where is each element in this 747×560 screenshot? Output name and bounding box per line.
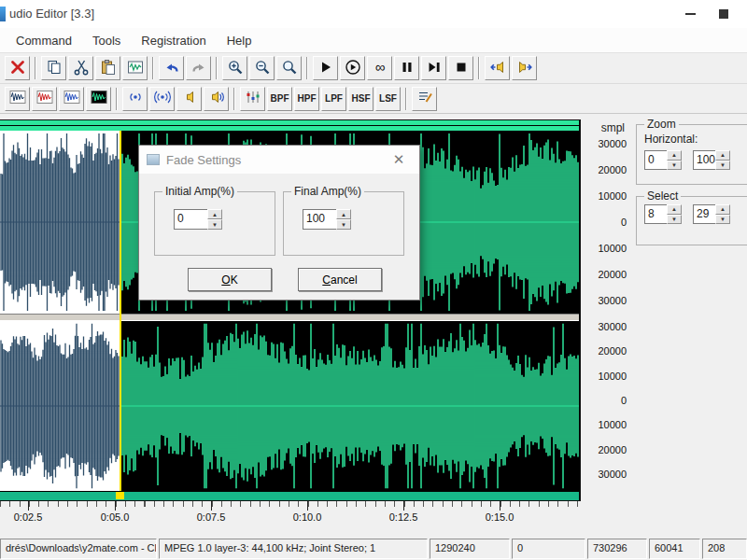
maximize-button[interactable] — [708, 0, 740, 28]
timeline-ruler[interactable]: 0:02.50:05.00:07.50:10.00:12.50:15.0 — [0, 501, 633, 529]
minimize-button[interactable] — [674, 0, 706, 28]
high-pass-filter-button[interactable]: HPF — [294, 87, 319, 111]
select-end-value[interactable]: 29 — [693, 204, 715, 224]
menu-tools[interactable]: Tools — [82, 30, 131, 51]
zoom-in-button[interactable] — [222, 56, 247, 80]
spin-up-icon[interactable]: ▲ — [336, 209, 351, 219]
initial-amp-value[interactable]: 0 — [174, 209, 207, 230]
zoom-horizontal-label: Horizontal: — [644, 133, 747, 146]
speaker-volume-button[interactable] — [204, 87, 229, 111]
waveform-blue-button[interactable] — [59, 87, 84, 111]
channel-divider — [0, 314, 579, 321]
audio-back-button[interactable] — [485, 56, 510, 80]
ok-button[interactable]: OK — [188, 268, 272, 291]
zoom-range-value[interactable]: 100 — [693, 150, 715, 170]
spin-down-icon[interactable]: ▼ — [667, 215, 682, 225]
reverb-button[interactable] — [149, 87, 175, 111]
waveform-button[interactable] — [5, 87, 30, 111]
toolbar-row1: ∞ — [0, 53, 747, 84]
amplitude-label: 10000 — [598, 419, 627, 430]
selection-bottom-strip — [0, 491, 579, 500]
spin-down-icon[interactable]: ▼ — [207, 219, 222, 230]
initial-amp-label: Initial Amp(%) — [162, 185, 237, 198]
titlebar: udio Editor [3.3] — [0, 0, 747, 28]
band-pass-filter-button[interactable]: BPF — [267, 87, 292, 111]
spin-up-icon[interactable]: ▲ — [667, 204, 682, 215]
stop-icon — [453, 59, 470, 78]
zoom-out-button[interactable] — [249, 56, 275, 80]
cut-button[interactable] — [68, 56, 93, 80]
waveform-red-button[interactable] — [32, 87, 57, 111]
echo-button[interactable] — [122, 87, 148, 111]
copy-button[interactable] — [41, 56, 66, 80]
mix-paste-icon — [127, 59, 144, 78]
spin-down-icon[interactable]: ▼ — [715, 215, 730, 225]
spin-up-icon[interactable]: ▲ — [667, 150, 682, 161]
reverb-icon — [154, 89, 171, 108]
menu-command[interactable]: Command — [6, 30, 82, 51]
stop-button[interactable] — [448, 56, 473, 80]
play-selection-button[interactable] — [340, 56, 365, 80]
zoom-out-icon — [254, 59, 271, 78]
spin-up-icon[interactable]: ▲ — [207, 209, 222, 219]
loop-button[interactable]: ∞ — [367, 56, 392, 80]
copy-icon — [46, 59, 63, 78]
play-to-end-button[interactable] — [421, 56, 446, 80]
dialog-titlebar[interactable]: Fade Settings ✕ — [139, 146, 419, 174]
low-pass-filter-button[interactable]: LPF — [321, 87, 346, 111]
spin-down-icon[interactable]: ▼ — [715, 161, 730, 171]
select-end-spinner: 29 ▲▼ — [693, 204, 730, 224]
audio-forward-button[interactable] — [512, 56, 537, 80]
menu-registration[interactable]: Registration — [131, 30, 216, 51]
major-tick — [28, 501, 29, 511]
zoom-in-icon — [227, 59, 244, 78]
speaker-button[interactable] — [176, 87, 202, 111]
major-tick — [115, 501, 116, 511]
redo-button[interactable] — [186, 56, 211, 80]
delete-button[interactable] — [5, 56, 30, 80]
zoom-horizontal-value[interactable]: 0 — [644, 150, 667, 170]
loop-icon: ∞ — [372, 59, 388, 78]
paste-button[interactable] — [95, 56, 120, 80]
undo-icon — [163, 59, 180, 78]
waveform-channel-right[interactable] — [0, 321, 579, 491]
pause-button[interactable] — [394, 56, 419, 80]
spin-down-icon[interactable]: ▼ — [336, 219, 351, 230]
cancel-button[interactable]: Cancel — [298, 268, 382, 291]
dialog-close-icon[interactable]: ✕ — [386, 148, 412, 171]
high-shelf-filter-button[interactable]: HSF — [348, 87, 374, 111]
amplitude-label: 30000 — [598, 469, 627, 480]
undo-button[interactable] — [159, 56, 184, 80]
major-tick — [500, 501, 500, 511]
selection-overview-bar[interactable] — [0, 120, 579, 131]
zoom-range-spinner: 100 ▲▼ — [693, 150, 730, 170]
select-start-value[interactable]: 8 — [644, 204, 667, 224]
selection-start-handle[interactable] — [116, 492, 124, 499]
speaker-volume-icon — [208, 89, 225, 108]
toolbar-row2: BPFHPFLPFHSFLSF — [0, 84, 747, 114]
status-segment: 0 — [512, 539, 585, 559]
side-panel: Zoom Horizontal: 0 ▲▼ 100 ▲▼ Select 8 ▲▼… — [633, 114, 747, 506]
mix-paste-button[interactable] — [122, 56, 148, 80]
spin-up-icon[interactable]: ▲ — [715, 150, 730, 161]
toolbar-separator — [478, 57, 480, 79]
play-button[interactable] — [313, 56, 338, 80]
selection-start-marker[interactable] — [120, 131, 121, 491]
time-label: 0:10.0 — [293, 511, 322, 523]
toolbar-separator — [116, 88, 118, 110]
menu-help[interactable]: Help — [217, 30, 262, 51]
low-shelf-filter-button[interactable]: LSF — [375, 87, 401, 111]
time-label: 0:07.5 — [197, 511, 226, 523]
spin-down-icon[interactable]: ▼ — [667, 161, 682, 171]
amplitude-scale-channel-left: 3000020000100000100002000030000 — [598, 138, 627, 306]
equalizer-button[interactable] — [240, 87, 265, 111]
waveform-zoomed-button[interactable] — [86, 87, 111, 111]
toolbar-separator — [405, 88, 407, 110]
final-amp-value[interactable]: 100 — [303, 209, 336, 230]
amplitude-label: 30000 — [598, 321, 627, 332]
zoom-full-button[interactable] — [276, 56, 302, 80]
amplitude-label: 10000 — [598, 243, 627, 254]
edit-list-button[interactable] — [412, 87, 437, 111]
spin-up-icon[interactable]: ▲ — [715, 204, 730, 215]
initial-amp-spinner: 0 ▲▼ — [174, 209, 269, 230]
